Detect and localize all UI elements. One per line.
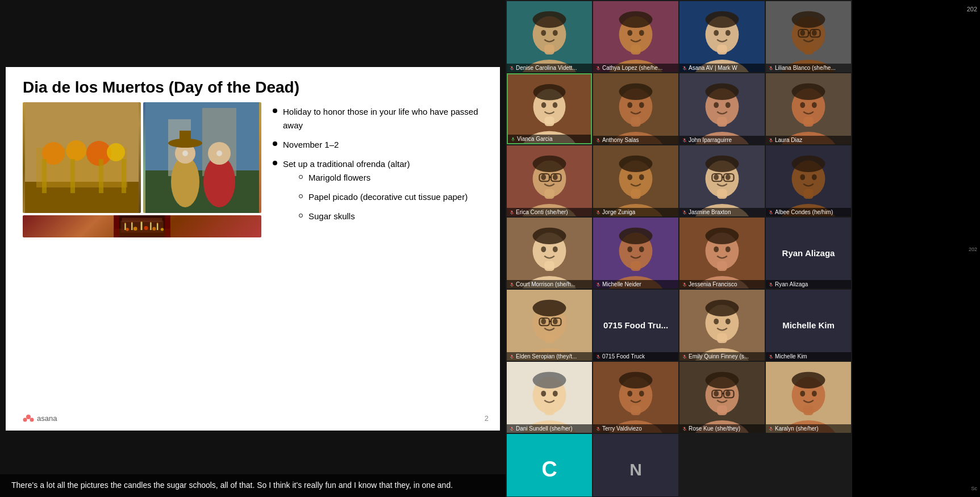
- participant-name: Liliana Blanco (she/he...: [766, 64, 851, 72]
- svg-point-22: [216, 151, 222, 156]
- svg-point-62: [627, 30, 632, 36]
- svg-point-104: [627, 102, 632, 108]
- svg-point-228: [706, 300, 739, 316]
- svg-point-191: [639, 247, 644, 252]
- svg-rect-8: [70, 159, 75, 193]
- right-mid-badge: 202: [855, 247, 977, 252]
- participant-name: Albee Condes (he/him): [766, 208, 851, 216]
- svg-point-262: [714, 391, 719, 396]
- svg-point-63: [639, 30, 644, 36]
- participant-tile: Anthony Salas: [593, 73, 678, 144]
- participant-name: Michelle Kim: [766, 352, 851, 361]
- svg-point-39: [144, 225, 148, 229]
- participant-tile: Ryan Alizaga Ryan Alizaga: [766, 218, 851, 289]
- svg-point-114: [714, 102, 719, 108]
- svg-point-81: [792, 11, 825, 28]
- participant-name: Dani Sundell (she/her): [507, 424, 592, 433]
- svg-point-96: [553, 102, 558, 108]
- svg-rect-10: [122, 159, 126, 193]
- svg-point-36: [157, 223, 158, 223]
- svg-point-45: [23, 418, 27, 422]
- svg-point-180: [541, 247, 546, 252]
- svg-point-30: [131, 222, 132, 222]
- svg-point-181: [553, 247, 558, 252]
- bullet-text-1: Holiday to honor those in your life who …: [283, 105, 483, 132]
- bullet-3: Set up a traditional ofrenda (altar) Mar…: [273, 157, 483, 229]
- sub-bullet-2: Papel picado (decorative cut tissue pape…: [299, 190, 468, 204]
- participant-name: Jessenia Francisco: [679, 280, 765, 289]
- svg-point-15: [171, 156, 199, 207]
- participant-tile: Court Morrison (she/h...: [507, 218, 592, 289]
- svg-rect-33: [150, 223, 151, 230]
- participants-grid: Denise Carolina Vidett...: [506, 0, 852, 497]
- asana-logo: asana: [23, 414, 57, 423]
- svg-rect-42: [114, 215, 119, 237]
- svg-point-252: [627, 391, 632, 396]
- svg-point-71: [706, 11, 739, 28]
- slide: Dia de los Muertos (Day of the Dead): [6, 67, 500, 431]
- svg-rect-9: [99, 159, 103, 193]
- participant-tile: Emily Quinn Finney (s...: [679, 290, 765, 361]
- bullet-dot-1: [273, 108, 277, 113]
- svg-point-37: [126, 227, 129, 231]
- svg-rect-24: [114, 228, 170, 237]
- bullet-2: November 1–2: [273, 138, 483, 152]
- svg-rect-12: [145, 170, 259, 213]
- participant-tile: Karalyn (she/her): [766, 362, 851, 433]
- participant-name: Terry Valdiviezo: [593, 424, 678, 433]
- participant-name: Court Morrison (she/h...: [507, 280, 592, 289]
- svg-point-253: [639, 391, 644, 396]
- slide-image-1: [23, 102, 141, 213]
- svg-point-251: [619, 372, 653, 389]
- slide-image-2: [143, 102, 261, 213]
- participant-name: Ryan Alizaga: [766, 280, 851, 289]
- svg-point-230: [725, 319, 731, 324]
- participant-name: Jasmine Braxton: [679, 208, 765, 216]
- svg-point-201: [725, 247, 731, 252]
- participant-name: Laura Diaz: [766, 136, 851, 144]
- svg-point-73: [725, 30, 731, 36]
- svg-point-34: [150, 222, 151, 222]
- svg-point-242: [541, 391, 546, 396]
- svg-point-51: [533, 11, 566, 28]
- sub-text-3: Sugar skulls: [308, 210, 355, 223]
- svg-point-46: [30, 418, 34, 422]
- svg-rect-14: [202, 108, 236, 176]
- svg-point-243: [553, 391, 558, 396]
- slide-content: Holiday to honor those in your life who …: [6, 102, 500, 237]
- svg-point-16: [175, 143, 195, 164]
- svg-point-171: [812, 174, 817, 180]
- slide-page-number: 2: [485, 414, 489, 423]
- participant-tile: Cathya Lopez (she/he...: [593, 1, 678, 72]
- svg-point-148: [639, 174, 644, 180]
- bullet-1: Holiday to honor those in your life who …: [273, 105, 483, 132]
- svg-point-41: [161, 228, 164, 231]
- caption-text: There's a lot all the pictures the candl…: [11, 481, 453, 490]
- svg-point-170: [800, 174, 805, 180]
- svg-point-21: [182, 151, 188, 156]
- participant-tile: Michelle Kim Michelle Kim: [766, 290, 851, 361]
- presentation-area: Dia de los Muertos (Day of the Dead): [0, 0, 506, 497]
- participant-name: 0715 Food Truck: [593, 352, 678, 361]
- sub-bullets: Marigold flowers Papel picado (decorativ…: [299, 171, 468, 223]
- svg-point-94: [533, 84, 566, 100]
- sub-text-1: Marigold flowers: [308, 171, 370, 185]
- participant-tile: Terry Valdiviezo: [593, 362, 678, 433]
- svg-point-44: [26, 415, 31, 419]
- svg-point-169: [792, 156, 825, 172]
- slide-images-top: [23, 102, 261, 213]
- svg-point-213: [541, 319, 546, 324]
- svg-point-179: [533, 228, 566, 244]
- participant-tile: Jessenia Francisco: [679, 218, 765, 289]
- participant-tile: Laura Diaz: [766, 73, 851, 144]
- participant-name: John Iparraguirre: [679, 136, 765, 144]
- svg-point-276: [812, 391, 817, 396]
- participant-tile: Dani Sundell (she/her): [507, 362, 592, 433]
- svg-point-6: [107, 143, 125, 161]
- sub-dot-1: [299, 175, 303, 179]
- svg-point-133: [533, 156, 566, 172]
- svg-point-4: [66, 140, 86, 161]
- svg-point-40: [152, 227, 156, 230]
- svg-point-275: [800, 391, 805, 396]
- svg-point-105: [639, 102, 644, 108]
